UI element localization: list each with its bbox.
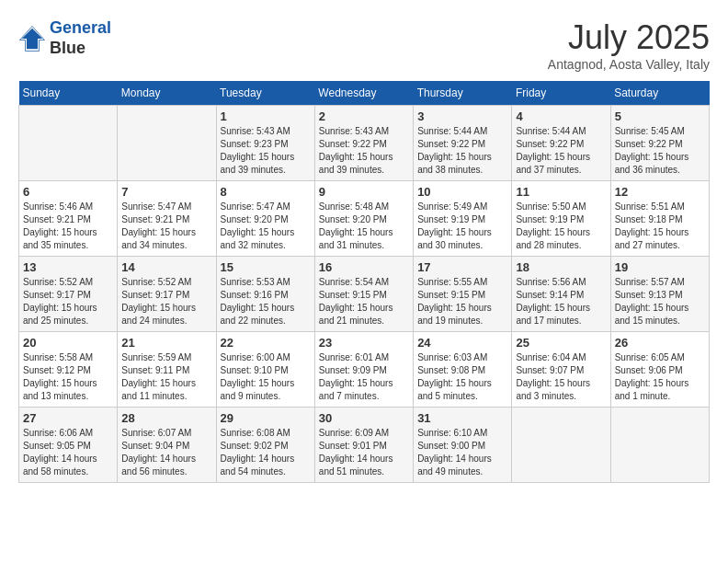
day-number: 19: [615, 260, 705, 274]
day-number: 12: [615, 185, 705, 199]
day-info: Sunrise: 5:46 AM Sunset: 9:21 PM Dayligh…: [23, 201, 113, 252]
day-cell: 1Sunrise: 5:43 AM Sunset: 9:23 PM Daylig…: [216, 106, 314, 181]
day-number: 9: [319, 185, 409, 199]
day-number: 2: [319, 109, 409, 123]
day-info: Sunrise: 5:53 AM Sunset: 9:16 PM Dayligh…: [221, 276, 311, 327]
day-info: Sunrise: 5:51 AM Sunset: 9:18 PM Dayligh…: [615, 201, 705, 252]
weekday-header-row: SundayMondayTuesdayWednesdayThursdayFrid…: [19, 81, 710, 106]
day-info: Sunrise: 5:52 AM Sunset: 9:17 PM Dayligh…: [121, 276, 211, 327]
day-number: 17: [417, 260, 507, 274]
day-cell: 22Sunrise: 6:00 AM Sunset: 9:10 PM Dayli…: [216, 332, 314, 408]
day-number: 11: [516, 185, 606, 199]
day-info: Sunrise: 5:58 AM Sunset: 9:12 PM Dayligh…: [23, 351, 113, 403]
day-info: Sunrise: 6:01 AM Sunset: 9:09 PM Dayligh…: [319, 351, 409, 403]
logo-line1: General: [50, 18, 111, 37]
day-cell: 28Sunrise: 6:07 AM Sunset: 9:04 PM Dayli…: [118, 408, 216, 483]
day-info: Sunrise: 6:10 AM Sunset: 9:00 PM Dayligh…: [417, 427, 507, 478]
day-number: 28: [121, 411, 211, 425]
logo-text: General Blue: [50, 18, 111, 58]
day-info: Sunrise: 5:59 AM Sunset: 9:11 PM Dayligh…: [121, 351, 211, 403]
day-cell: 12Sunrise: 5:51 AM Sunset: 9:18 PM Dayli…: [610, 181, 709, 257]
day-cell: 9Sunrise: 5:48 AM Sunset: 9:20 PM Daylig…: [314, 181, 413, 257]
day-info: Sunrise: 5:47 AM Sunset: 9:20 PM Dayligh…: [221, 201, 311, 252]
day-info: Sunrise: 5:44 AM Sunset: 9:22 PM Dayligh…: [417, 125, 507, 177]
day-cell: 19Sunrise: 5:57 AM Sunset: 9:13 PM Dayli…: [610, 257, 709, 332]
day-cell: [118, 106, 216, 181]
day-info: Sunrise: 5:47 AM Sunset: 9:21 PM Dayligh…: [121, 201, 211, 252]
day-info: Sunrise: 5:43 AM Sunset: 9:22 PM Dayligh…: [319, 125, 409, 177]
day-info: Sunrise: 5:52 AM Sunset: 9:17 PM Dayligh…: [23, 276, 113, 327]
day-info: Sunrise: 6:04 AM Sunset: 9:07 PM Dayligh…: [516, 351, 606, 403]
month-title: July 2025: [548, 18, 710, 57]
day-cell: 18Sunrise: 5:56 AM Sunset: 9:14 PM Dayli…: [512, 257, 610, 332]
day-cell: 13Sunrise: 5:52 AM Sunset: 9:17 PM Dayli…: [19, 257, 118, 332]
page-header: General Blue July 2025 Antagnod, Aosta V…: [18, 18, 710, 72]
day-number: 20: [23, 336, 113, 350]
day-cell: 3Sunrise: 5:44 AM Sunset: 9:22 PM Daylig…: [414, 106, 512, 181]
weekday-header-tuesday: Tuesday: [216, 81, 314, 106]
day-info: Sunrise: 5:43 AM Sunset: 9:23 PM Dayligh…: [221, 125, 311, 177]
day-number: 27: [23, 411, 113, 425]
weekday-header-friday: Friday: [512, 81, 610, 106]
day-number: 24: [417, 336, 507, 350]
day-cell: 4Sunrise: 5:44 AM Sunset: 9:22 PM Daylig…: [512, 106, 610, 181]
day-info: Sunrise: 5:56 AM Sunset: 9:14 PM Dayligh…: [516, 276, 606, 327]
day-number: 16: [319, 260, 409, 274]
day-number: 14: [121, 260, 211, 274]
day-cell: 24Sunrise: 6:03 AM Sunset: 9:08 PM Dayli…: [414, 332, 512, 408]
week-row-2: 6Sunrise: 5:46 AM Sunset: 9:21 PM Daylig…: [19, 181, 710, 257]
day-info: Sunrise: 5:57 AM Sunset: 9:13 PM Dayligh…: [615, 276, 705, 327]
title-block: July 2025 Antagnod, Aosta Valley, Italy: [548, 18, 710, 72]
day-info: Sunrise: 6:07 AM Sunset: 9:04 PM Dayligh…: [121, 427, 211, 478]
day-number: 13: [23, 260, 113, 274]
day-number: 31: [417, 411, 507, 425]
day-cell: 8Sunrise: 5:47 AM Sunset: 9:20 PM Daylig…: [216, 181, 314, 257]
day-info: Sunrise: 5:44 AM Sunset: 9:22 PM Dayligh…: [516, 125, 606, 177]
day-cell: 16Sunrise: 5:54 AM Sunset: 9:15 PM Dayli…: [314, 257, 413, 332]
day-cell: 27Sunrise: 6:06 AM Sunset: 9:05 PM Dayli…: [19, 408, 118, 483]
day-info: Sunrise: 5:55 AM Sunset: 9:15 PM Dayligh…: [417, 276, 507, 327]
day-number: 7: [121, 185, 211, 199]
day-info: Sunrise: 6:05 AM Sunset: 9:06 PM Dayligh…: [615, 351, 705, 403]
day-info: Sunrise: 5:48 AM Sunset: 9:20 PM Dayligh…: [319, 201, 409, 252]
day-cell: 30Sunrise: 6:09 AM Sunset: 9:01 PM Dayli…: [314, 408, 413, 483]
day-cell: 20Sunrise: 5:58 AM Sunset: 9:12 PM Dayli…: [19, 332, 118, 408]
day-number: 6: [23, 185, 113, 199]
day-number: 1: [221, 109, 311, 123]
day-number: 22: [221, 336, 311, 350]
day-number: 23: [319, 336, 409, 350]
day-cell: [19, 106, 118, 181]
day-cell: 29Sunrise: 6:08 AM Sunset: 9:02 PM Dayli…: [216, 408, 314, 483]
logo: General Blue: [18, 18, 111, 58]
day-info: Sunrise: 6:00 AM Sunset: 9:10 PM Dayligh…: [221, 351, 311, 403]
week-row-3: 13Sunrise: 5:52 AM Sunset: 9:17 PM Dayli…: [19, 257, 710, 332]
day-cell: 11Sunrise: 5:50 AM Sunset: 9:19 PM Dayli…: [512, 181, 610, 257]
day-info: Sunrise: 5:45 AM Sunset: 9:22 PM Dayligh…: [615, 125, 705, 177]
day-cell: 31Sunrise: 6:10 AM Sunset: 9:00 PM Dayli…: [414, 408, 512, 483]
week-row-5: 27Sunrise: 6:06 AM Sunset: 9:05 PM Dayli…: [19, 408, 710, 483]
day-info: Sunrise: 6:09 AM Sunset: 9:01 PM Dayligh…: [319, 427, 409, 478]
weekday-header-thursday: Thursday: [414, 81, 512, 106]
week-row-1: 1Sunrise: 5:43 AM Sunset: 9:23 PM Daylig…: [19, 106, 710, 181]
day-info: Sunrise: 6:06 AM Sunset: 9:05 PM Dayligh…: [23, 427, 113, 478]
day-number: 29: [221, 411, 311, 425]
day-number: 25: [516, 336, 606, 350]
day-cell: 14Sunrise: 5:52 AM Sunset: 9:17 PM Dayli…: [118, 257, 216, 332]
day-cell: 5Sunrise: 5:45 AM Sunset: 9:22 PM Daylig…: [610, 106, 709, 181]
day-number: 21: [121, 336, 211, 350]
day-cell: 2Sunrise: 5:43 AM Sunset: 9:22 PM Daylig…: [314, 106, 413, 181]
day-cell: 21Sunrise: 5:59 AM Sunset: 9:11 PM Dayli…: [118, 332, 216, 408]
weekday-header-wednesday: Wednesday: [314, 81, 413, 106]
day-cell: 7Sunrise: 5:47 AM Sunset: 9:21 PM Daylig…: [118, 181, 216, 257]
day-cell: 25Sunrise: 6:04 AM Sunset: 9:07 PM Dayli…: [512, 332, 610, 408]
day-cell: 17Sunrise: 5:55 AM Sunset: 9:15 PM Dayli…: [414, 257, 512, 332]
day-number: 3: [417, 109, 507, 123]
day-info: Sunrise: 6:03 AM Sunset: 9:08 PM Dayligh…: [417, 351, 507, 403]
week-row-4: 20Sunrise: 5:58 AM Sunset: 9:12 PM Dayli…: [19, 332, 710, 408]
day-cell: 26Sunrise: 6:05 AM Sunset: 9:06 PM Dayli…: [610, 332, 709, 408]
day-cell: 10Sunrise: 5:49 AM Sunset: 9:19 PM Dayli…: [414, 181, 512, 257]
day-number: 10: [417, 185, 507, 199]
location-title: Antagnod, Aosta Valley, Italy: [548, 57, 710, 72]
day-number: 5: [615, 109, 705, 123]
day-info: Sunrise: 5:50 AM Sunset: 9:19 PM Dayligh…: [516, 201, 606, 252]
